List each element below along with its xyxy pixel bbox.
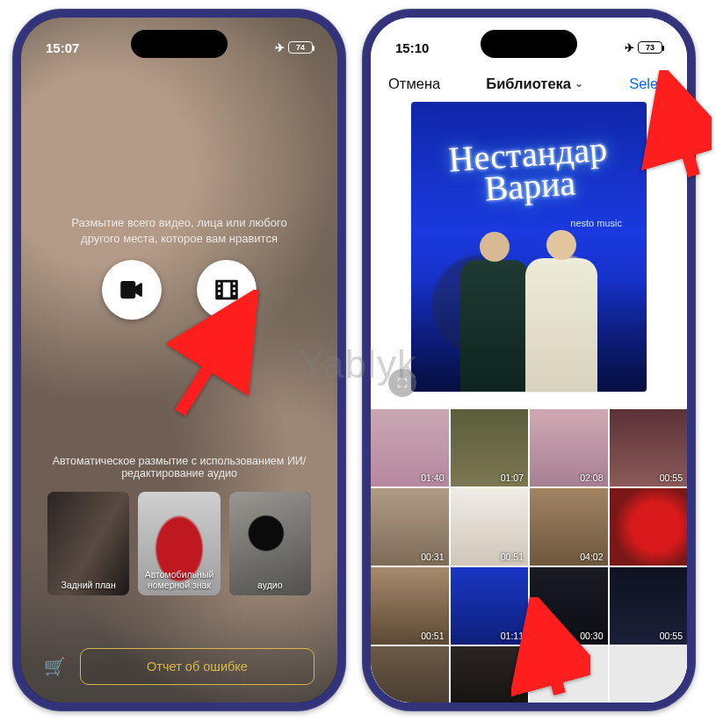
film-icon — [212, 275, 242, 305]
chevron-down-icon: ⌄ — [575, 77, 583, 90]
video-preview[interactable]: Нестандар Вариа nesto music — [411, 102, 647, 392]
expand-icon — [396, 377, 409, 389]
grid-item[interactable]: 00:55 — [610, 409, 688, 487]
select-button[interactable]: Select — [629, 76, 669, 92]
status-time: 15:10 — [395, 40, 429, 55]
camera-icon — [117, 275, 147, 305]
grid-item[interactable]: 00:51 — [451, 488, 529, 566]
grid-item[interactable]: 01:40 — [371, 409, 449, 487]
video-duration: 01:07 — [501, 472, 524, 483]
feature-caption: аудио — [257, 580, 282, 590]
grid-item[interactable]: 04:02 — [530, 488, 608, 566]
cart-icon[interactable]: 🛒 — [44, 656, 66, 677]
record-video-button[interactable] — [102, 260, 162, 320]
feature-audio[interactable]: аудио — [229, 492, 311, 595]
feature-license-plate[interactable]: Автомобильный номерной знак — [138, 492, 220, 595]
grid-item[interactable]: 00:55 — [610, 567, 688, 645]
video-duration: 01:11 — [501, 631, 524, 641]
grid-item[interactable] — [610, 488, 688, 566]
video-duration: 00:31 — [421, 551, 444, 562]
feature-caption: Задний план — [61, 580, 116, 590]
video-duration: 00:30 — [580, 631, 603, 641]
video-duration: 00:55 — [660, 631, 683, 641]
phone-right: 15:10 ✈ 73 Отмена Библиотека ⌄ Select — [362, 9, 696, 711]
cancel-button[interactable]: Отмена — [388, 76, 440, 92]
video-duration: 02:08 — [580, 472, 603, 483]
battery-indicator: 74 — [288, 41, 313, 54]
feature-background[interactable]: Задний план — [47, 492, 129, 595]
grid-item[interactable]: 02:08 — [530, 409, 608, 487]
grid-item[interactable]: 01:11 — [451, 567, 529, 645]
tagline-text: Размытие всего видео, лица или любого др… — [61, 215, 297, 246]
feature-caption: Автомобильный номерной знак — [143, 569, 214, 590]
video-duration: 00:51 — [501, 551, 524, 562]
preview-band-logo: Нестандар Вариа — [411, 131, 647, 211]
grid-item[interactable]: 00:31 — [371, 488, 449, 566]
dynamic-island — [481, 30, 577, 58]
phone-left: 15:07 ✈ 74 Размытие всего видео, лица ил… — [12, 9, 346, 711]
features-heading: Автоматическое размытие с использованием… — [47, 455, 311, 479]
battery-indicator: 73 — [638, 41, 662, 54]
fullscreen-button[interactable] — [388, 369, 416, 397]
video-duration: 00:51 — [421, 631, 444, 641]
airplane-icon: ✈ — [625, 41, 634, 54]
app-background — [21, 18, 337, 703]
dynamic-island — [131, 30, 228, 58]
grid-item[interactable]: 02:32 — [371, 646, 449, 703]
grid-item[interactable]: 00:52 — [451, 646, 529, 703]
library-dropdown[interactable]: Библиотека ⌄ — [486, 76, 583, 92]
grid-item[interactable]: 00:51 — [371, 567, 449, 645]
video-duration: 00:55 — [660, 472, 683, 483]
grid-item[interactable] — [530, 646, 608, 703]
grid-item[interactable] — [610, 646, 688, 703]
video-grid: 01:40 01:07 02:08 00:55 00:31 00:51 04:0… — [371, 409, 687, 703]
grid-item[interactable]: 01:07 — [451, 409, 529, 487]
airplane-icon: ✈ — [275, 41, 285, 54]
preview-handle: nesto music — [570, 218, 622, 228]
video-duration: 01:40 — [421, 472, 444, 483]
report-bug-button[interactable]: Отчет об ошибке — [80, 648, 315, 685]
status-time: 15:07 — [46, 40, 79, 55]
video-duration: 04:02 — [580, 551, 603, 562]
grid-item[interactable]: 00:30 — [530, 567, 608, 645]
pick-video-button[interactable] — [197, 260, 257, 320]
